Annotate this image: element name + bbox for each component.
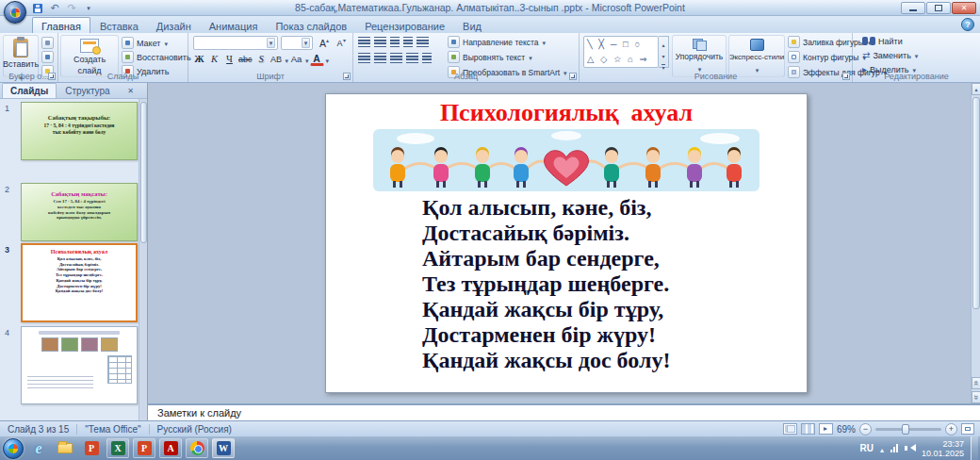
excel-taskbar-button[interactable]: X [106, 438, 129, 458]
save-button[interactable] [30, 2, 45, 15]
language-indicator[interactable]: Русский (Россия) [150, 424, 239, 435]
volume-icon[interactable] [905, 444, 915, 452]
word-taskbar-button[interactable]: W [212, 438, 235, 458]
font-size-dropdown[interactable] [302, 38, 310, 48]
decrease-indent-button[interactable] [390, 37, 400, 47]
align-center-button[interactable] [374, 53, 386, 63]
font-size-combo[interactable] [281, 36, 313, 50]
slide-thumbnail-3-selected[interactable]: Психологиялық ахуал Қол алысып, кәне, бі… [21, 243, 138, 322]
italic-button[interactable]: К [207, 52, 221, 66]
scroll-thumb[interactable] [972, 97, 980, 309]
clipboard-dialog-launcher[interactable] [48, 73, 56, 80]
start-button[interactable] [3, 438, 24, 459]
slide-thumbnail-4[interactable] [21, 326, 138, 404]
line-spacing-button[interactable] [416, 37, 429, 47]
tab-slideshow[interactable]: Показ слайдов [267, 17, 355, 33]
network-icon[interactable] [890, 444, 898, 452]
taskbar-clock[interactable]: 23:37 10.01.2025 [922, 439, 964, 458]
help-button[interactable]: ? [961, 18, 974, 31]
show-hidden-icons-chevron[interactable] [880, 443, 884, 454]
slide-title-text[interactable]: Психологиялық ахуал [326, 99, 807, 127]
fit-slide-to-window-button[interactable] [961, 423, 974, 435]
customize-qat-dropdown[interactable] [81, 2, 96, 15]
align-right-button[interactable] [390, 53, 402, 63]
normal-view-button[interactable] [783, 423, 797, 435]
slide-sorter-view-button[interactable] [801, 423, 815, 435]
font-name-combo[interactable] [193, 36, 278, 50]
children-holding-hands-illustration[interactable] [373, 129, 760, 191]
increase-indent-button[interactable] [403, 37, 413, 47]
grow-font-button[interactable]: А [316, 36, 330, 50]
slides-pane-scroll-thumb[interactable] [140, 102, 147, 243]
slide-thumbnail-2[interactable]: Сабақтың мақсаты: Сен 17 · 5, 84 : 4 түр… [21, 183, 138, 241]
tab-outline[interactable]: Структура [57, 83, 118, 98]
layout-button[interactable]: Макет [122, 37, 168, 49]
zoom-slider[interactable] [875, 428, 941, 431]
shapes-gallery-scroll[interactable] [659, 36, 669, 68]
minimize-button[interactable] [901, 2, 925, 14]
acrobat-taskbar-button[interactable]: A [159, 438, 182, 458]
reset-button[interactable]: Восстановить [122, 51, 191, 63]
bold-button[interactable]: Ж [192, 52, 206, 66]
drawing-dialog-launcher[interactable] [842, 73, 850, 80]
tab-slides-thumbnails[interactable]: Слайды [2, 83, 57, 98]
underline-button[interactable]: Ч [222, 52, 237, 66]
show-desktop-button[interactable] [971, 436, 978, 460]
text-direction-button[interactable]: Направление текста [448, 36, 546, 48]
scroll-up-button[interactable] [972, 83, 980, 95]
bullets-button[interactable] [358, 37, 370, 47]
slide-canvas[interactable]: Психологиялық ахуал [325, 93, 808, 393]
keyboard-language-indicator[interactable]: RU [859, 443, 873, 453]
shrink-font-button[interactable]: А [333, 36, 347, 50]
internet-explorer-icon[interactable]: e [27, 438, 50, 458]
previous-slide-button[interactable] [972, 377, 980, 389]
strikethrough-button[interactable]: abc [237, 52, 253, 66]
cut-button[interactable] [41, 37, 54, 49]
shapes-more-icon[interactable] [662, 60, 664, 72]
office-button[interactable] [4, 1, 26, 24]
align-text-button[interactable]: Выровнять текст [448, 51, 532, 63]
font-color-button[interactable]: А [310, 52, 324, 66]
character-spacing-button[interactable]: АВ [270, 52, 284, 66]
paragraph-dialog-launcher[interactable] [569, 73, 577, 80]
zoom-out-button[interactable]: − [859, 423, 872, 435]
font-name-dropdown[interactable] [267, 38, 275, 48]
powerpoint-taskbar-button[interactable]: P [133, 438, 155, 458]
slide-poem-textbox[interactable]: Қол алысып, кәне, біз, Достасайық бәрімі… [422, 195, 807, 373]
shapes-scroll-down-icon[interactable] [662, 49, 664, 60]
slides-pane-scrollbar[interactable] [139, 99, 147, 420]
change-case-button[interactable]: Аа [289, 52, 303, 66]
main-vertical-scrollbar[interactable] [971, 83, 980, 403]
zoom-slider-thumb[interactable] [902, 424, 909, 435]
shapes-gallery[interactable]: ╲ ╳ ─ □ ○ △ ◇ ☆ ⌂ ⇒ [583, 36, 659, 68]
shapes-scroll-up-icon[interactable] [662, 38, 664, 49]
tab-insert[interactable]: Вставка [91, 17, 147, 33]
text-shadow-button[interactable]: S [254, 52, 269, 66]
tab-home[interactable]: Главная [32, 17, 90, 33]
notes-area[interactable]: Заметки к слайду [148, 403, 980, 420]
tab-design[interactable]: Дизайн [148, 17, 200, 33]
tab-view[interactable]: Вид [454, 17, 490, 33]
chrome-taskbar-button[interactable] [186, 438, 208, 458]
redo-button[interactable] [64, 2, 79, 15]
tab-review[interactable]: Рецензирование [356, 17, 453, 33]
tab-animation[interactable]: Анимация [201, 17, 267, 33]
close-button[interactable] [952, 2, 976, 14]
maximize-button[interactable] [926, 2, 951, 14]
font-dialog-launcher[interactable] [343, 73, 351, 80]
next-slide-button[interactable] [972, 391, 980, 403]
find-button[interactable]: Найти [862, 37, 903, 46]
explorer-folder-icon[interactable] [54, 438, 76, 458]
zoom-level[interactable]: 69% [837, 424, 856, 435]
slideshow-view-button[interactable] [819, 423, 833, 435]
justify-button[interactable] [406, 53, 418, 63]
undo-button[interactable] [47, 2, 62, 15]
columns-button[interactable] [422, 53, 432, 63]
replace-button[interactable]: Заменить [862, 51, 918, 60]
align-left-button[interactable] [358, 53, 370, 63]
close-pane-icon[interactable] [124, 85, 137, 97]
powerpoint-quicklaunch-icon[interactable]: P [80, 438, 103, 458]
numbering-button[interactable] [374, 37, 386, 47]
slide-thumbnail-1[interactable]: Сабақтың тақырыбы: 17 · 5, 84 : 4 түрінд… [21, 102, 138, 160]
copy-button[interactable] [41, 51, 54, 63]
